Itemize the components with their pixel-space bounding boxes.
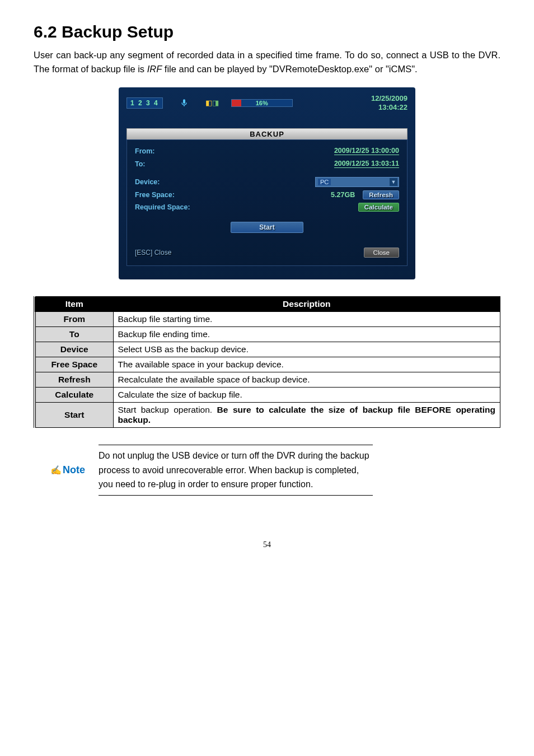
from-value[interactable]: 2009/12/25 13:00:00 xyxy=(334,147,399,155)
free-space-label: Free Space: xyxy=(135,191,175,199)
network-icon: ◧◨ xyxy=(205,99,214,108)
device-label: Device: xyxy=(135,178,160,186)
hdr-item: Item xyxy=(35,297,113,312)
row-desc-refresh: Recalculate the available space of backu… xyxy=(113,372,500,388)
pencil-icon: ✍ xyxy=(50,465,62,475)
description-table: Item Description From Backup file starti… xyxy=(34,296,500,428)
table-row: Calculate Calculate the size of backup f… xyxy=(35,388,500,403)
usage-progress: 16% xyxy=(231,99,293,107)
refresh-button[interactable]: Refresh xyxy=(363,190,399,199)
row-desc-freespace: The available space in your backup devic… xyxy=(113,357,500,372)
to-value[interactable]: 2009/12/25 13:03:11 xyxy=(334,160,399,168)
row-desc-to: Backup file ending time. xyxy=(113,327,500,342)
table-row: Device Select USB as the backup device. xyxy=(35,342,500,357)
channel-indicator: 1 2 3 4 xyxy=(127,97,163,109)
row-label-calculate: Calculate xyxy=(35,388,113,403)
row-label-device: Device xyxy=(35,342,113,357)
row-desc-from: Backup file starting time. xyxy=(113,312,500,327)
hdr-desc: Description xyxy=(113,297,500,312)
close-button[interactable]: Close xyxy=(364,248,399,258)
ss-topbar: 1 2 3 4 ◧◨ 16% 12/25/2009 13:04:22 xyxy=(127,94,407,113)
device-row: Device: PC ▼ xyxy=(135,177,399,187)
table-row: From Backup file starting time. xyxy=(35,312,500,327)
esc-close-label: [ESC] Close xyxy=(135,249,171,256)
section-heading: 6.2 Backup Setup xyxy=(34,22,500,41)
row-label-to: To xyxy=(35,327,113,342)
screenshot-container: 1 2 3 4 ◧◨ 16% 12/25/2009 13:04:22 xyxy=(34,87,500,280)
row-label-refresh: Refresh xyxy=(35,372,113,388)
to-row: To: 2009/12/25 13:03:11 xyxy=(135,160,399,168)
free-space-value: 5.27GB xyxy=(331,191,355,199)
ss-topbar-left: 1 2 3 4 ◧◨ 16% xyxy=(127,97,293,109)
calculate-button[interactable]: Calculate xyxy=(358,203,399,212)
required-space-label: Required Space: xyxy=(135,203,190,211)
dvr-screenshot: 1 2 3 4 ◧◨ 16% 12/25/2009 13:04:22 xyxy=(119,87,415,280)
clock-display: 12/25/2009 13:04:22 xyxy=(371,94,407,113)
intro-irf: IRF xyxy=(147,64,162,74)
intro-text-2: file and can be played by "DVRemoteDeskt… xyxy=(162,64,417,74)
from-row: From: 2009/12/25 13:00:00 xyxy=(135,147,399,155)
device-select-value: PC xyxy=(318,179,331,185)
page-number: 54 xyxy=(34,540,500,549)
start-desc-plain: Start backup operation. xyxy=(118,405,217,414)
mic-icon xyxy=(180,99,189,108)
free-space-row: Free Space: 5.27GB Refresh xyxy=(135,190,399,199)
table-header-row: Item Description xyxy=(35,297,500,312)
row-label-from: From xyxy=(35,312,113,327)
clock-date: 12/25/2009 xyxy=(371,94,407,104)
note-label: ✍Note xyxy=(50,464,85,476)
start-row: Start xyxy=(135,222,399,233)
row-desc-device: Select USB as the backup device. xyxy=(113,342,500,357)
table-row: To Backup file ending time. xyxy=(35,327,500,342)
device-select[interactable]: PC ▼ xyxy=(315,177,399,187)
note-text: Do not unplug the USB device or turn off… xyxy=(99,445,373,496)
from-label: From: xyxy=(135,147,154,155)
backup-panel-header: BACKUP xyxy=(127,128,407,139)
intro-paragraph: User can back-up any segment of recorded… xyxy=(34,48,500,76)
row-label-freespace: Free Space xyxy=(35,357,113,372)
row-desc-calculate: Calculate the size of backup file. xyxy=(113,388,500,403)
backup-panel-body: From: 2009/12/25 13:00:00 To: 2009/12/25… xyxy=(127,139,407,266)
row-label-start: Start xyxy=(35,403,113,428)
to-label: To: xyxy=(135,160,146,168)
progress-text: 16% xyxy=(232,100,292,106)
table-row: Start Start backup operation. Be sure to… xyxy=(35,403,500,428)
table-row: Free Space The available space in your b… xyxy=(35,357,500,372)
required-space-row: Required Space: Calculate xyxy=(135,203,399,212)
note-label-text: Note xyxy=(63,464,85,476)
table-row: Refresh Recalculate the available space … xyxy=(35,372,500,388)
chevron-down-icon: ▼ xyxy=(390,178,397,186)
panel-footer: [ESC] Close Close xyxy=(135,243,399,258)
start-button[interactable]: Start xyxy=(231,222,303,233)
note-block: ✍Note Do not unplug the USB device or tu… xyxy=(34,445,500,496)
row-desc-start: Start backup operation. Be sure to calcu… xyxy=(113,403,500,428)
clock-time: 13:04:22 xyxy=(371,103,407,113)
